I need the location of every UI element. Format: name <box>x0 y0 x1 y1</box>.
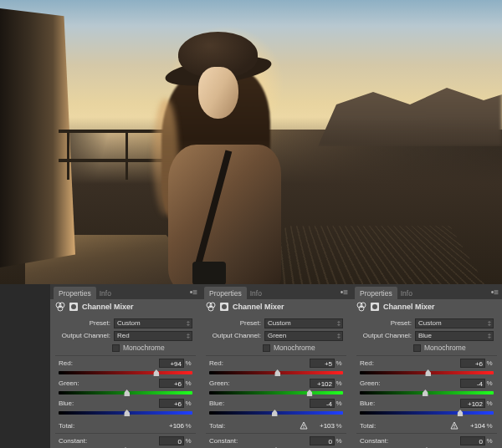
mask-icon[interactable] <box>69 302 79 312</box>
panel-tabs: Properties Info •≡ <box>50 284 201 299</box>
preset-select[interactable]: Custom <box>114 318 192 328</box>
tab-properties[interactable]: Properties <box>54 287 96 300</box>
total-value: +106 <box>159 422 184 430</box>
preset-select[interactable]: Custom <box>264 318 343 328</box>
warning-icon <box>450 421 458 430</box>
tab-info[interactable]: Info <box>96 287 115 300</box>
svg-rect-18 <box>454 427 455 428</box>
total-label: Total: <box>59 422 159 430</box>
blue-value-input[interactable]: -4 <box>310 399 335 408</box>
svg-point-4 <box>71 304 76 309</box>
green-slider[interactable] <box>360 389 494 396</box>
panel-title: Channel Mixer <box>233 303 284 311</box>
mask-icon[interactable] <box>370 302 380 312</box>
warning-icon <box>300 421 308 430</box>
output-channel-select[interactable]: Green <box>264 331 343 341</box>
constant-value-input[interactable]: 0 <box>310 436 335 445</box>
monochrome-checkbox[interactable] <box>413 344 421 352</box>
red-value-input[interactable]: +5 <box>310 359 335 368</box>
panel-menu-button[interactable]: •≡ <box>190 288 197 297</box>
green-slider[interactable] <box>59 389 192 396</box>
unit-label: % <box>184 359 192 367</box>
panel-menu-button[interactable]: •≡ <box>491 288 499 297</box>
mask-icon[interactable] <box>219 302 229 312</box>
svg-rect-17 <box>454 425 455 427</box>
svg-point-9 <box>222 304 227 309</box>
panel-title: Channel Mixer <box>383 303 435 311</box>
green-label: Green: <box>59 379 159 387</box>
adjustment-icon <box>356 302 366 312</box>
adjustment-icon <box>206 302 216 312</box>
adjustment-icon <box>55 302 65 312</box>
output-channel-select[interactable]: Blue <box>415 331 494 341</box>
red-slider[interactable] <box>360 369 494 376</box>
blue-slider[interactable] <box>360 410 494 416</box>
panel-header: Channel Mixer <box>50 299 201 314</box>
constant-value-input[interactable]: 0 <box>460 436 485 445</box>
channel-mixer-panel-blue: Properties Info •≡ Channel Mixer Preset:… <box>351 284 502 448</box>
red-label: Red: <box>59 359 159 367</box>
monochrome-label: Monochrome <box>123 344 165 352</box>
panels-row: Properties Info •≡ Channel Mixer Preset:… <box>0 284 502 448</box>
total-value: +104 <box>460 422 485 430</box>
tab-info[interactable]: Info <box>397 287 416 300</box>
svg-point-16 <box>372 304 377 309</box>
red-value-input[interactable]: +94 <box>159 359 184 368</box>
tab-properties[interactable]: Properties <box>355 287 397 300</box>
channel-mixer-panel-red: Properties Info •≡ Channel Mixer Preset:… <box>50 284 201 448</box>
svg-rect-10 <box>304 425 305 427</box>
green-value-input[interactable]: -4 <box>460 379 485 388</box>
output-channel-label: Output Channel: <box>59 332 110 339</box>
preset-label: Preset: <box>59 319 110 327</box>
constant-label: Constant: <box>59 437 159 445</box>
blue-slider[interactable] <box>209 410 343 416</box>
monochrome-checkbox[interactable] <box>112 344 120 352</box>
blue-label: Blue: <box>59 400 159 407</box>
green-value-input[interactable]: +6 <box>159 379 184 388</box>
output-channel-select[interactable]: Red <box>114 331 192 341</box>
panel-title: Channel Mixer <box>82 303 134 311</box>
panel-menu-button[interactable]: •≡ <box>341 288 348 297</box>
blue-slider[interactable] <box>59 410 192 416</box>
monochrome-checkbox[interactable] <box>263 344 270 352</box>
tab-info[interactable]: Info <box>247 287 265 300</box>
tab-properties[interactable]: Properties <box>204 287 247 300</box>
channel-mixer-panel-green: Properties Info •≡ Channel Mixer Preset:… <box>201 284 351 448</box>
preview-image <box>0 0 502 284</box>
preset-select[interactable]: Custom <box>415 318 494 328</box>
green-slider[interactable] <box>209 389 343 396</box>
total-value: +103 <box>310 422 335 430</box>
constant-value-input[interactable]: 0 <box>159 436 184 445</box>
svg-rect-11 <box>304 427 305 428</box>
blue-value-input[interactable]: +6 <box>159 399 184 408</box>
red-value-input[interactable]: +6 <box>460 359 485 368</box>
blue-value-input[interactable]: +102 <box>460 399 485 408</box>
green-value-input[interactable]: +102 <box>310 379 335 388</box>
red-slider[interactable] <box>59 369 192 376</box>
red-slider[interactable] <box>209 369 343 376</box>
